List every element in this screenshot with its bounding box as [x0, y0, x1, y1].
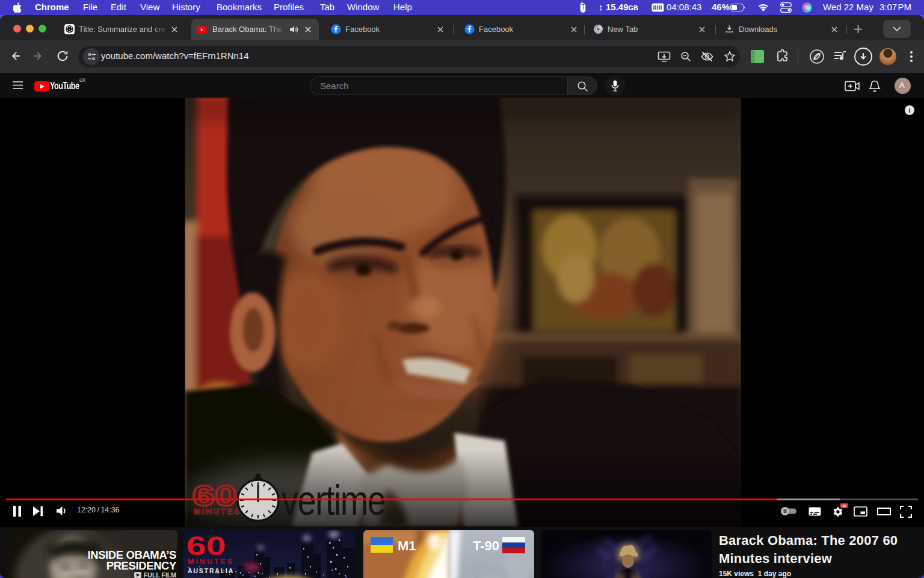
svg-text:AUSTRALIA: AUSTRALIA: [188, 567, 235, 574]
svg-text:MINUTES: MINUTES: [188, 558, 233, 566]
svg-text:M1: M1: [398, 538, 416, 553]
svg-text:FULL FILM: FULL FILM: [144, 571, 176, 578]
svg-text:PRESIDENCY: PRESIDENCY: [106, 559, 177, 572]
svg-text:60: 60: [186, 531, 226, 561]
svg-text:T-90: T-90: [473, 538, 499, 553]
